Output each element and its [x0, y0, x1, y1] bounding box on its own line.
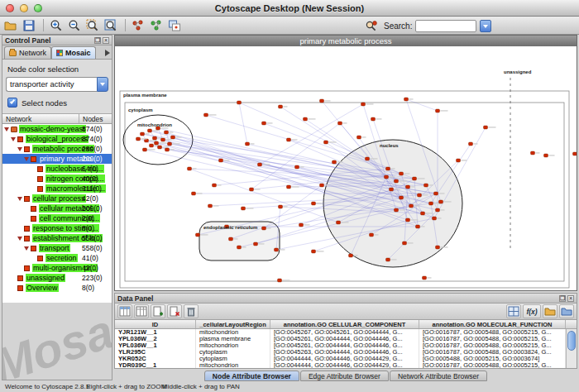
column-header[interactable]: annotation.GO MOLECULAR_FUNCTION [419, 320, 566, 328]
zoom-out-button[interactable] [67, 17, 84, 33]
network-node[interactable] [165, 148, 170, 151]
network-node[interactable] [333, 160, 337, 164]
select-nodes-checkbox[interactable] [7, 98, 17, 108]
network-node[interactable] [416, 225, 420, 228]
network-node[interactable] [386, 167, 390, 170]
network-node[interactable] [324, 141, 328, 144]
network-node[interactable] [349, 254, 353, 257]
table-scrollbar[interactable] [566, 329, 577, 368]
network-node[interactable] [287, 138, 291, 141]
expander-icon[interactable] [4, 127, 11, 131]
tree-row-nitrogen-compo-[interactable]: nitrogen compo...40(0) [2, 174, 112, 184]
tree-row-mosaic-demo-yeast[interactable]: mosaic-demo-yeast874(0) [2, 124, 112, 134]
zoom-selected-button[interactable] [85, 17, 102, 33]
network-node[interactable] [531, 151, 535, 155]
network-node[interactable] [436, 246, 440, 249]
tree-row-multi-organism-pr-[interactable]: multi-organism pr...42(0) [2, 263, 112, 273]
export-attributes-button[interactable] [559, 304, 574, 318]
tree-row-biological-process[interactable]: biological_process874(0) [2, 134, 112, 144]
network-node[interactable] [254, 242, 258, 246]
network-node[interactable] [168, 142, 172, 146]
network-node[interactable] [366, 157, 370, 160]
network-graph[interactable]: plasma membranecytoplasmmitochondrionnuc… [115, 46, 577, 290]
network-node[interactable] [299, 223, 304, 227]
network-edge[interactable] [239, 103, 247, 144]
tree-row-response-to-stimu-[interactable]: response to stimu...8(0) [2, 223, 112, 233]
tree-row-macromolecule-[interactable]: macromolecule ...311(0) [2, 184, 112, 194]
network-node[interactable] [204, 113, 208, 117]
hide-selected-button[interactable] [131, 17, 147, 33]
network-node[interactable] [400, 196, 404, 199]
network-node[interactable] [188, 167, 192, 170]
network-node[interactable] [161, 138, 165, 141]
network-node[interactable] [403, 241, 407, 245]
network-node[interactable] [158, 146, 162, 149]
tree-column-nodes[interactable]: Nodes [79, 114, 112, 123]
table-row[interactable]: YPL036W__2plasma membrane[GO:0045261, GO… [115, 336, 577, 342]
network-node[interactable] [229, 237, 233, 241]
network-node[interactable] [246, 142, 250, 146]
network-node[interactable] [484, 126, 488, 129]
network-node[interactable] [148, 129, 152, 132]
tab-network-attribute-browser[interactable]: Network Attribute Browser [390, 370, 487, 381]
minimize-window-button[interactable] [20, 4, 28, 12]
tree-row-cellular-process[interactable]: cellular process42(0) [2, 194, 112, 203]
search-dropdown-button[interactable] [480, 20, 491, 32]
network-node[interactable] [395, 208, 399, 212]
table-row[interactable]: YPL036W__1mitochondrion[GO:0045261, GO:0… [115, 342, 577, 349]
network-node[interactable] [258, 163, 262, 166]
network-node[interactable] [439, 200, 443, 203]
table-row[interactable]: YJR121W__1mitochondrion[GO:0045267, GO:0… [115, 329, 577, 336]
network-node[interactable] [136, 137, 141, 141]
network-node[interactable] [304, 117, 308, 121]
column-header[interactable]: _cellularLayoutRegion [196, 320, 270, 328]
network-node[interactable] [192, 192, 196, 195]
tab-network[interactable]: Network [4, 46, 51, 59]
network-node[interactable] [208, 204, 213, 208]
expander-icon[interactable] [24, 157, 31, 161]
network-node[interactable] [242, 207, 246, 210]
network-node[interactable] [237, 246, 242, 249]
tree-row-unassigned[interactable]: unassigned223(0) [2, 273, 112, 283]
network-node[interactable] [278, 279, 282, 282]
network-node[interactable] [155, 141, 159, 145]
new-network-from-selection-button[interactable] [149, 17, 165, 33]
unselect-attributes-button[interactable] [134, 304, 149, 318]
network-edge[interactable] [406, 99, 438, 111]
network-node[interactable] [436, 109, 440, 112]
network-canvas[interactable]: plasma membranecytoplasmmitochondrionnuc… [115, 46, 577, 290]
expander-icon[interactable] [17, 237, 24, 241]
network-node[interactable] [262, 122, 266, 125]
network-node[interactable] [386, 258, 390, 261]
zoom-in-button[interactable] [49, 17, 65, 33]
tree-column-network[interactable]: Network [2, 114, 79, 123]
network-node[interactable] [312, 202, 316, 205]
network-node[interactable] [370, 233, 374, 237]
column-header[interactable]: annotation.GO CELLULAR_COMPONENT [270, 320, 419, 328]
network-node[interactable] [413, 177, 417, 180]
network-node[interactable] [320, 99, 324, 103]
new-attribute-button[interactable] [151, 304, 165, 318]
network-node[interactable] [573, 152, 577, 155]
clear-attributes-button[interactable] [184, 304, 199, 318]
tree-row-secretion[interactable]: secretion41(0) [2, 253, 112, 263]
network-node[interactable] [337, 221, 341, 224]
network-node[interactable] [275, 248, 279, 251]
network-node[interactable] [295, 165, 299, 169]
network-node[interactable] [434, 192, 438, 195]
network-node[interactable] [361, 103, 366, 106]
network-node[interactable] [406, 185, 410, 189]
tree-row-nucleobase-nu-[interactable]: nucleobase, nu...64(0) [2, 164, 112, 174]
network-node[interactable] [424, 184, 428, 187]
float-panel-button[interactable]: ❐ [559, 295, 566, 302]
save-session-button[interactable] [22, 17, 38, 33]
tab-scroll-right-button[interactable] [105, 50, 110, 56]
tree-row-establishment-of-lo-[interactable]: establishment of lo...558(0) [2, 233, 112, 243]
network-node[interactable] [544, 154, 548, 157]
network-node[interactable] [421, 212, 425, 215]
network-edge[interactable] [206, 115, 388, 169]
advanced-search-button[interactable] [364, 18, 380, 34]
tree-row-cell-communicat-[interactable]: cell communicat...2(0) [2, 213, 112, 223]
tree-row-transport[interactable]: transport558(0) [2, 243, 112, 253]
close-panel-button[interactable]: × [567, 295, 574, 302]
